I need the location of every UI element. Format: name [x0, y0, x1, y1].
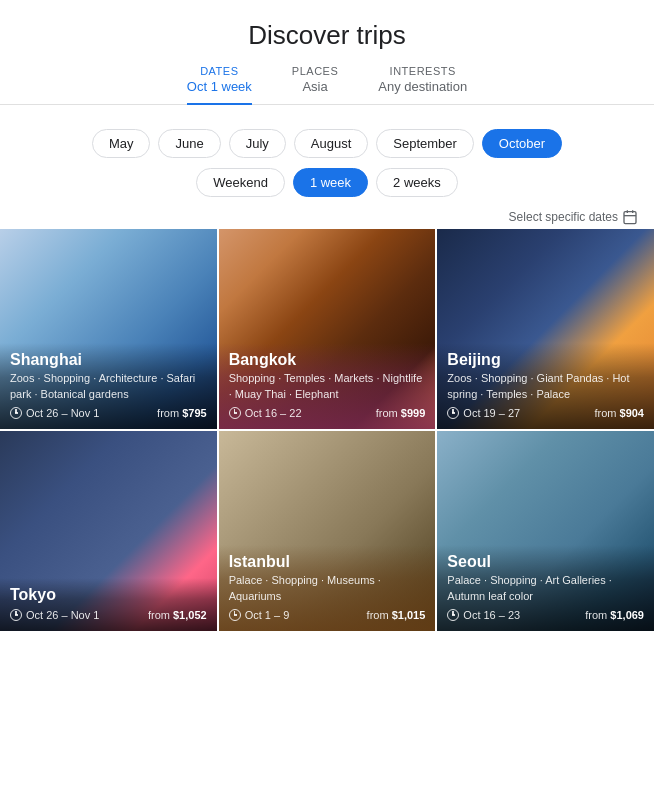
trip-info-istanbul: Istanbul Palace · Shopping · Museums · A… [219, 545, 436, 631]
trip-info-shanghai: Shanghai Zoos · Shopping · Architecture … [0, 343, 217, 429]
trip-info-bangkok: Bangkok Shopping · Temples · Markets · N… [219, 343, 436, 429]
select-dates-text: Select specific dates [509, 210, 618, 224]
trip-info-tokyo: Tokyo Oct 26 – Nov 1 from $1,052 [0, 578, 217, 631]
pill-weekend[interactable]: Weekend [196, 168, 285, 197]
duration-filter-row: Weekend 1 week 2 weeks [196, 168, 458, 197]
clock-icon-shanghai [10, 407, 22, 419]
trip-name-shanghai: Shanghai [10, 351, 207, 369]
trip-card-seoul[interactable]: Seoul Palace · Shopping · Art Galleries … [437, 431, 654, 631]
trip-dates-text-tokyo: Oct 26 – Nov 1 [26, 609, 99, 621]
pill-june[interactable]: June [158, 129, 220, 158]
select-dates-row[interactable]: Select specific dates [0, 201, 654, 229]
tab-dates-value: Oct 1 week [187, 79, 252, 94]
trip-name-istanbul: Istanbul [229, 553, 426, 571]
pill-july[interactable]: July [229, 129, 286, 158]
page-header: Discover trips DATES Oct 1 week PLACES A… [0, 0, 654, 113]
trip-info-beijing: Beijing Zoos · Shopping · Giant Pandas ·… [437, 343, 654, 429]
trip-info-seoul: Seoul Palace · Shopping · Art Galleries … [437, 545, 654, 631]
trip-dates-istanbul: Oct 1 – 9 from $1,015 [229, 609, 426, 621]
trip-name-seoul: Seoul [447, 553, 644, 571]
trip-from-beijing: from $904 [594, 407, 644, 419]
trip-from-bangkok: from $999 [376, 407, 426, 419]
trip-dates-seoul: Oct 16 – 23 from $1,069 [447, 609, 644, 621]
pill-1week[interactable]: 1 week [293, 168, 368, 197]
trip-card-shanghai[interactable]: Shanghai Zoos · Shopping · Architecture … [0, 229, 217, 429]
tab-places[interactable]: PLACES Asia [292, 65, 338, 104]
clock-icon-beijing [447, 407, 459, 419]
trip-interests-shanghai: Zoos · Shopping · Architecture · Safari … [10, 371, 207, 402]
trip-card-istanbul[interactable]: Istanbul Palace · Shopping · Museums · A… [219, 431, 436, 631]
svg-rect-0 [624, 212, 636, 224]
tab-interests-value: Any destination [378, 79, 467, 94]
trip-grid: Shanghai Zoos · Shopping · Architecture … [0, 229, 654, 631]
pill-2weeks[interactable]: 2 weeks [376, 168, 458, 197]
trip-dates-text-seoul: Oct 16 – 23 [463, 609, 520, 621]
tab-dates-label: DATES [200, 65, 238, 77]
trip-dates-text-shanghai: Oct 26 – Nov 1 [26, 407, 99, 419]
tab-interests[interactable]: INTERESTS Any destination [378, 65, 467, 104]
clock-icon-seoul [447, 609, 459, 621]
trip-dates-text-beijing: Oct 19 – 27 [463, 407, 520, 419]
trip-from-istanbul: from $1,015 [367, 609, 426, 621]
trip-interests-beijing: Zoos · Shopping · Giant Pandas · Hot spr… [447, 371, 644, 402]
clock-icon-bangkok [229, 407, 241, 419]
trip-dates-text-bangkok: Oct 16 – 22 [245, 407, 302, 419]
tab-places-value: Asia [302, 79, 327, 94]
trip-name-bangkok: Bangkok [229, 351, 426, 369]
pill-may[interactable]: May [92, 129, 151, 158]
trip-name-beijing: Beijing [447, 351, 644, 369]
clock-icon-istanbul [229, 609, 241, 621]
trip-interests-bangkok: Shopping · Temples · Markets · Nightlife… [229, 371, 426, 402]
trip-name-tokyo: Tokyo [10, 586, 207, 604]
tab-places-label: PLACES [292, 65, 338, 77]
trip-from-tokyo: from $1,052 [148, 609, 207, 621]
trip-interests-seoul: Palace · Shopping · Art Galleries · Autu… [447, 573, 644, 604]
trip-dates-bangkok: Oct 16 – 22 from $999 [229, 407, 426, 419]
trip-dates-shanghai: Oct 26 – Nov 1 from $795 [10, 407, 207, 419]
tab-dates[interactable]: DATES Oct 1 week [187, 65, 252, 104]
month-filter-row: May June July August September October [92, 129, 562, 158]
trip-card-tokyo[interactable]: Tokyo Oct 26 – Nov 1 from $1,052 [0, 431, 217, 631]
pill-september[interactable]: September [376, 129, 474, 158]
calendar-icon [622, 209, 638, 225]
trip-from-seoul: from $1,069 [585, 609, 644, 621]
clock-icon-tokyo [10, 609, 22, 621]
page-title: Discover trips [0, 20, 654, 51]
filter-section: May June July August September October W… [0, 113, 654, 201]
trip-dates-text-istanbul: Oct 1 – 9 [245, 609, 290, 621]
tab-interests-label: INTERESTS [390, 65, 456, 77]
pill-august[interactable]: August [294, 129, 368, 158]
main-tabs: DATES Oct 1 week PLACES Asia INTERESTS A… [0, 65, 654, 105]
trip-card-bangkok[interactable]: Bangkok Shopping · Temples · Markets · N… [219, 229, 436, 429]
trip-dates-tokyo: Oct 26 – Nov 1 from $1,052 [10, 609, 207, 621]
trip-dates-beijing: Oct 19 – 27 from $904 [447, 407, 644, 419]
trip-from-shanghai: from $795 [157, 407, 207, 419]
trip-card-beijing[interactable]: Beijing Zoos · Shopping · Giant Pandas ·… [437, 229, 654, 429]
pill-october[interactable]: October [482, 129, 562, 158]
trip-interests-istanbul: Palace · Shopping · Museums · Aquariums [229, 573, 426, 604]
